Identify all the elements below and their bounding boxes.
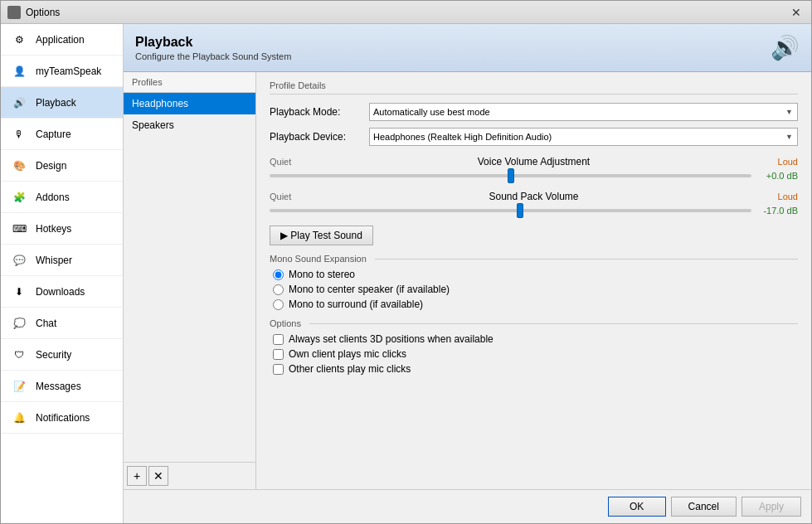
mono-surround-label: Mono to surround (if available) xyxy=(289,298,423,310)
checkbox-own-mic[interactable]: Own client plays mic clicks xyxy=(273,348,798,360)
right-panel: Playback Configure the Playback Sound Sy… xyxy=(124,24,811,523)
security-icon: 🛡 xyxy=(9,345,29,365)
capture-icon: 🎙 xyxy=(9,124,29,144)
footer: OK Cancel Apply xyxy=(124,489,811,523)
playback-device-wrapper: Headphones (Realtek High Definition Audi… xyxy=(369,128,798,146)
ok-button[interactable]: OK xyxy=(608,497,666,517)
details-header: Profile Details xyxy=(270,80,798,95)
sidebar-item-addons[interactable]: 🧩Addons xyxy=(1,182,123,213)
voice-quiet-label: Quiet xyxy=(270,157,299,167)
playback-icon: 🔊 xyxy=(9,93,29,113)
sidebar-label-chat: Chat xyxy=(36,318,56,329)
playback-device-row: Playback Device: Headphones (Realtek Hig… xyxy=(270,128,798,146)
sidebar-item-downloads[interactable]: ⬇Downloads xyxy=(1,276,123,308)
playback-device-label: Playback Device: xyxy=(270,131,369,143)
sidebar-item-application[interactable]: ⚙Application xyxy=(1,24,123,56)
application-icon: ⚙ xyxy=(9,30,29,50)
sidebar-item-myteamspeak[interactable]: 👤myTeamSpeak xyxy=(1,56,123,87)
sidebar-label-security: Security xyxy=(36,349,71,361)
sidebar-label-messages: Messages xyxy=(36,381,81,392)
opt-own-mic-checkbox[interactable] xyxy=(273,349,284,360)
sound-pack-header: Quiet Sound Pack Volume Loud xyxy=(270,191,798,202)
sidebar-item-whisper[interactable]: 💬Whisper xyxy=(1,245,123,276)
whisper-icon: 💬 xyxy=(9,250,29,270)
opt-other-mic-checkbox[interactable] xyxy=(273,364,284,375)
sidebar-label-notifications: Notifications xyxy=(36,412,90,424)
mono-section-title: Mono Sound Expansion xyxy=(270,254,798,264)
opt-3d-checkbox[interactable] xyxy=(273,334,284,345)
voice-volume-section: Quiet Voice Volume Adjustment Loud +0.0 … xyxy=(270,156,798,181)
radio-item-mono-surround[interactable]: Mono to surround (if available) xyxy=(273,298,798,310)
sidebar-label-design: Design xyxy=(36,160,66,172)
chat-icon: 💭 xyxy=(9,313,29,333)
profiles-toolbar: + ✕ xyxy=(124,462,255,489)
panel-title: Playback xyxy=(135,35,291,50)
cancel-button[interactable]: Cancel xyxy=(671,497,737,517)
playback-mode-select[interactable]: Automatically use best mode xyxy=(369,103,798,121)
checkbox-other-mic[interactable]: Other clients play mic clicks xyxy=(273,363,798,375)
voice-volume-slider[interactable] xyxy=(270,174,751,177)
profile-list: Headphones Speakers xyxy=(124,93,255,462)
mono-center-label: Mono to center speaker (if available) xyxy=(289,284,450,295)
notifications-icon: 🔔 xyxy=(9,408,29,428)
main-content: ⚙Application👤myTeamSpeak🔊Playback🎙Captur… xyxy=(1,24,811,523)
window-title: Options xyxy=(26,7,788,18)
addons-icon: 🧩 xyxy=(9,187,29,207)
sidebar-item-chat[interactable]: 💭Chat xyxy=(1,308,123,339)
sidebar-label-capture: Capture xyxy=(36,129,71,140)
sidebar-label-downloads: Downloads xyxy=(36,286,85,298)
sidebar-item-security[interactable]: 🛡Security xyxy=(1,339,123,371)
opt-other-mic-label: Other clients play mic clicks xyxy=(289,363,411,375)
sound-pack-title: Sound Pack Volume xyxy=(305,191,762,202)
play-test-sound-container: ▶ Play Test Sound xyxy=(270,226,798,245)
checkbox-3d[interactable]: Always set clients 3D positions when ava… xyxy=(273,333,798,345)
opt-own-mic-label: Own client plays mic clicks xyxy=(289,348,406,360)
design-icon: 🎨 xyxy=(9,156,29,176)
sidebar-item-notifications[interactable]: 🔔Notifications xyxy=(1,402,123,434)
speaker-large-icon: 🔊 xyxy=(771,34,800,61)
sound-pack-slider[interactable] xyxy=(270,209,751,212)
playback-mode-wrapper: Automatically use best mode xyxy=(369,103,798,121)
options-window: Options ✕ ⚙Application👤myTeamSpeak🔊Playb… xyxy=(0,0,812,524)
sidebar-label-myteamspeak: myTeamSpeak xyxy=(36,66,101,77)
mono-stereo-label: Mono to stereo xyxy=(289,269,355,280)
sidebar-label-whisper: Whisper xyxy=(36,255,72,266)
sidebar-item-design[interactable]: 🎨Design xyxy=(1,150,123,182)
opt-3d-label: Always set clients 3D positions when ava… xyxy=(289,333,494,345)
panel-header: Playback Configure the Playback Sound Sy… xyxy=(124,24,811,72)
mono-surround-radio[interactable] xyxy=(273,299,284,310)
profiles-header: Profiles xyxy=(124,72,255,93)
profile-item-speakers[interactable]: Speakers xyxy=(124,114,255,136)
sidebar-item-capture[interactable]: 🎙Capture xyxy=(1,119,123,150)
sound-pack-value: -17.0 dB xyxy=(756,206,798,216)
panel-body: Profiles Headphones Speakers + ✕ Profile… xyxy=(124,72,811,489)
sidebar-label-addons: Addons xyxy=(36,192,70,203)
sidebar-item-hotkeys[interactable]: ⌨Hotkeys xyxy=(1,213,123,245)
voice-volume-slider-container: +0.0 dB xyxy=(270,171,798,181)
myteamspeak-icon: 👤 xyxy=(9,61,29,81)
close-button[interactable]: ✕ xyxy=(788,4,805,21)
sidebar-item-playback[interactable]: 🔊Playback xyxy=(1,87,123,119)
profiles-panel: Profiles Headphones Speakers + ✕ xyxy=(124,72,256,489)
mono-stereo-radio[interactable] xyxy=(273,269,284,280)
voice-volume-title: Voice Volume Adjustment xyxy=(305,156,762,167)
sound-pack-slider-container: -17.0 dB xyxy=(270,206,798,216)
add-profile-button[interactable]: + xyxy=(127,466,147,486)
play-test-sound-button[interactable]: ▶ Play Test Sound xyxy=(270,226,373,245)
sidebar-label-application: Application xyxy=(36,34,85,46)
options-section-title: Options xyxy=(270,318,798,328)
voice-volume-header: Quiet Voice Volume Adjustment Loud xyxy=(270,156,798,167)
mono-center-radio[interactable] xyxy=(273,284,284,295)
remove-profile-button[interactable]: ✕ xyxy=(148,466,168,486)
window-icon xyxy=(7,6,21,19)
profile-item-headphones[interactable]: Headphones xyxy=(124,93,255,114)
hotkeys-icon: ⌨ xyxy=(9,219,29,239)
apply-button[interactable]: Apply xyxy=(741,497,801,517)
playback-device-select[interactable]: Headphones (Realtek High Definition Audi… xyxy=(369,128,798,146)
radio-item-mono-center[interactable]: Mono to center speaker (if available) xyxy=(273,284,798,295)
details-panel: Profile Details Playback Mode: Automatic… xyxy=(256,72,811,489)
sidebar-label-playback: Playback xyxy=(36,97,76,109)
downloads-icon: ⬇ xyxy=(9,282,29,302)
sidebar-item-messages[interactable]: 📝Messages xyxy=(1,371,123,402)
radio-item-mono-stereo[interactable]: Mono to stereo xyxy=(273,269,798,280)
